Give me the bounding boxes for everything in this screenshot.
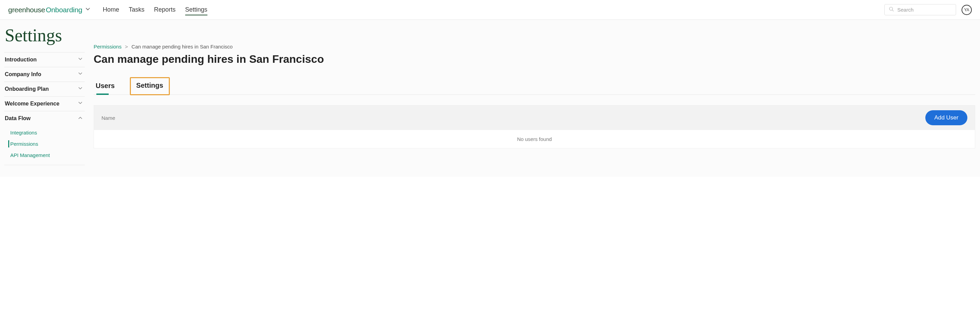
- sidebar-item-integrations[interactable]: Integrations: [4, 127, 85, 138]
- logo-wrap[interactable]: greenhouse Onboarding: [8, 6, 91, 14]
- table-header: Name Add User: [94, 105, 975, 130]
- avatar[interactable]: YA: [961, 5, 972, 15]
- empty-state: No users found: [94, 130, 975, 148]
- sidebar-label-introduction: Introduction: [5, 57, 37, 63]
- breadcrumb-separator: >: [125, 44, 128, 49]
- search-input[interactable]: [897, 7, 951, 13]
- content-title: Can manage pending hires in San Francisc…: [94, 53, 975, 65]
- top-nav: greenhouse Onboarding Home Tasks Reports…: [0, 0, 980, 20]
- nav-settings[interactable]: Settings: [185, 1, 207, 19]
- svg-point-0: [889, 7, 892, 10]
- tab-users[interactable]: Users: [94, 78, 116, 95]
- add-user-button[interactable]: Add User: [925, 110, 967, 125]
- product-switcher-chevron-icon[interactable]: [85, 6, 91, 13]
- sidebar-section-welcome-experience: Welcome Experience: [4, 96, 85, 111]
- sidebar-section-data-flow: Data Flow Integrations Permissions API M…: [4, 111, 85, 165]
- chevron-down-icon: [78, 86, 83, 92]
- sidebar-header-data-flow[interactable]: Data Flow: [4, 111, 85, 125]
- sidebar-sub-data-flow: Integrations Permissions API Management: [4, 125, 85, 165]
- sidebar: Settings Introduction Company Info Onboa…: [0, 20, 89, 177]
- logo: greenhouse Onboarding: [8, 6, 82, 14]
- breadcrumb: Permissions > Can manage pending hires i…: [94, 44, 975, 49]
- logo-product: Onboarding: [46, 6, 82, 14]
- top-nav-right: YA: [885, 4, 972, 15]
- nav-home[interactable]: Home: [103, 1, 119, 19]
- tab-settings[interactable]: Settings: [130, 77, 170, 95]
- svg-line-1: [892, 10, 894, 11]
- chevron-down-icon: [78, 57, 83, 63]
- sidebar-section-company-info: Company Info: [4, 67, 85, 82]
- sidebar-header-welcome-experience[interactable]: Welcome Experience: [4, 97, 85, 111]
- top-nav-links: Home Tasks Reports Settings: [103, 1, 207, 19]
- sidebar-item-api-management[interactable]: API Management: [4, 149, 85, 161]
- chevron-down-icon: [78, 101, 83, 107]
- search-icon: [889, 6, 894, 13]
- sidebar-header-onboarding-plan[interactable]: Onboarding Plan: [4, 82, 85, 96]
- sidebar-label-data-flow: Data Flow: [5, 115, 31, 122]
- main-content: Permissions > Can manage pending hires i…: [89, 20, 980, 177]
- tabs-row: Users Settings: [94, 77, 975, 95]
- nav-reports[interactable]: Reports: [154, 1, 176, 19]
- page-title: Settings: [4, 20, 85, 52]
- logo-brand: greenhouse: [8, 6, 45, 14]
- sidebar-header-introduction[interactable]: Introduction: [4, 52, 85, 67]
- nav-tasks[interactable]: Tasks: [129, 1, 145, 19]
- column-name: Name: [102, 115, 115, 121]
- sidebar-section-onboarding-plan: Onboarding Plan: [4, 82, 85, 96]
- sidebar-item-permissions[interactable]: Permissions: [4, 138, 85, 149]
- sidebar-header-company-info[interactable]: Company Info: [4, 67, 85, 82]
- sidebar-section-introduction: Introduction: [4, 52, 85, 67]
- sidebar-label-company-info: Company Info: [5, 71, 41, 78]
- breadcrumb-current: Can manage pending hires in San Francisc…: [132, 44, 233, 49]
- search-box[interactable]: [885, 4, 956, 15]
- users-table: Name Add User No users found: [94, 105, 975, 149]
- page-body: Settings Introduction Company Info Onboa…: [0, 20, 980, 177]
- chevron-up-icon: [78, 115, 83, 122]
- sidebar-label-welcome-experience: Welcome Experience: [5, 101, 59, 107]
- chevron-down-icon: [78, 71, 83, 78]
- sidebar-label-onboarding-plan: Onboarding Plan: [5, 86, 49, 92]
- breadcrumb-permissions[interactable]: Permissions: [94, 44, 122, 49]
